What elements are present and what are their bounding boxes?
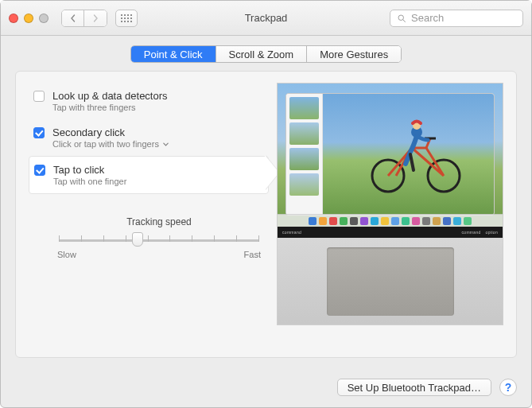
tab-point-and-click[interactable]: Point & Click bbox=[131, 46, 216, 62]
setup-bluetooth-trackpad-button[interactable]: Set Up Bluetooth Trackpad… bbox=[337, 379, 491, 396]
dock-icon bbox=[329, 217, 337, 225]
window-controls bbox=[9, 14, 49, 23]
lookup-sub: Tap with three fingers bbox=[52, 103, 168, 112]
footer: Set Up Bluetooth Trackpad… ? bbox=[1, 371, 531, 407]
tracking-speed-area: Tracking speed Slow Fast bbox=[56, 194, 262, 259]
options-row: Look up & data detectors Tap with three … bbox=[29, 83, 503, 325]
preview-thumbnails bbox=[286, 94, 323, 215]
grid-icon bbox=[121, 14, 132, 22]
content-area: Point & Click Scroll & Zoom More Gesture… bbox=[1, 36, 531, 371]
key-command-right: command bbox=[462, 230, 481, 235]
dock-icon bbox=[422, 217, 430, 225]
gesture-preview: command command option bbox=[277, 83, 503, 325]
system-preferences-window: Trackpad Search Point & Click Scroll & Z… bbox=[0, 0, 532, 408]
dock-icon bbox=[381, 217, 389, 225]
dock-icon bbox=[453, 217, 461, 225]
dock-icon bbox=[340, 217, 348, 225]
tapclick-sub: Tap with one finger bbox=[53, 177, 126, 186]
titlebar: Trackpad Search bbox=[1, 1, 531, 36]
close-window-button[interactable] bbox=[9, 14, 18, 23]
secondary-title: Secondary click bbox=[52, 126, 169, 138]
search-field[interactable]: Search bbox=[390, 10, 523, 27]
thumb bbox=[289, 173, 319, 196]
preview-trackpad-surface bbox=[327, 247, 454, 316]
preview-dock bbox=[278, 214, 503, 227]
tapclick-texts: Tap to click Tap with one finger bbox=[53, 164, 126, 186]
lookup-texts: Look up & data detectors Tap with three … bbox=[52, 90, 168, 112]
tabs: Point & Click Scroll & Zoom More Gesture… bbox=[130, 45, 402, 63]
slider-slow-label: Slow bbox=[57, 250, 76, 259]
secondary-sub-label: Click or tap with two fingers bbox=[52, 139, 159, 149]
tap-to-click-checkbox[interactable] bbox=[34, 165, 45, 176]
dock-icon bbox=[464, 217, 472, 225]
tabs-container: Point & Click Scroll & Zoom More Gesture… bbox=[15, 45, 517, 63]
slider-knob[interactable] bbox=[132, 232, 143, 247]
dock-icon bbox=[412, 217, 420, 225]
chevron-left-icon bbox=[69, 14, 77, 22]
tapclick-title: Tap to click bbox=[53, 164, 126, 176]
preview-app-window bbox=[285, 93, 495, 216]
dock-icon bbox=[443, 217, 451, 225]
zoom-window-button[interactable] bbox=[39, 14, 49, 23]
dock-icon bbox=[360, 217, 368, 225]
dock-icon bbox=[402, 217, 410, 225]
svg-line-1 bbox=[403, 19, 406, 21]
slider-labels: Slow Fast bbox=[56, 250, 262, 259]
preview-keyboard-row: command command option bbox=[278, 227, 503, 238]
slider-ticks bbox=[59, 235, 259, 242]
show-all-preferences-button[interactable] bbox=[115, 10, 138, 27]
option-secondary-click[interactable]: Secondary click Click or tap with two fi… bbox=[29, 119, 269, 156]
preview-screen bbox=[278, 84, 503, 227]
preview-trackpad-body bbox=[278, 238, 503, 324]
lookup-title: Look up & data detectors bbox=[52, 90, 168, 102]
window-title: Trackpad bbox=[245, 12, 288, 24]
thumb bbox=[289, 122, 319, 145]
back-button[interactable] bbox=[62, 10, 84, 26]
search-placeholder: Search bbox=[411, 12, 444, 24]
dock-icon bbox=[319, 217, 327, 225]
key-option-right: option bbox=[486, 230, 498, 235]
tab-scroll-and-zoom[interactable]: Scroll & Zoom bbox=[216, 46, 308, 62]
chevron-down-icon bbox=[162, 141, 169, 148]
thumb bbox=[289, 97, 319, 119]
tracking-speed-label: Tracking speed bbox=[56, 216, 262, 227]
secondary-click-checkbox[interactable] bbox=[33, 127, 45, 138]
slider-fast-label: Fast bbox=[244, 250, 261, 259]
forward-button[interactable] bbox=[84, 10, 107, 26]
dock-icon bbox=[391, 217, 399, 225]
dock-icon bbox=[433, 217, 441, 225]
preview-photo bbox=[323, 94, 494, 215]
thumb bbox=[289, 148, 319, 170]
lookup-checkbox[interactable] bbox=[33, 91, 45, 102]
minimize-window-button[interactable] bbox=[24, 14, 33, 23]
secondary-sub-menu[interactable]: Click or tap with two fingers bbox=[52, 139, 169, 149]
tab-more-gestures[interactable]: More Gestures bbox=[307, 46, 401, 62]
key-command-left: command bbox=[282, 230, 301, 235]
nav-back-forward bbox=[61, 10, 107, 27]
option-tap-to-click[interactable]: Tap to click Tap with one finger bbox=[29, 156, 269, 194]
help-button[interactable]: ? bbox=[499, 379, 517, 396]
tracking-speed-slider[interactable] bbox=[56, 232, 262, 248]
options-panel: Look up & data detectors Tap with three … bbox=[15, 71, 517, 358]
secondary-texts: Secondary click Click or tap with two fi… bbox=[52, 126, 169, 149]
dock-icon bbox=[309, 217, 316, 225]
option-lookup[interactable]: Look up & data detectors Tap with three … bbox=[29, 83, 269, 119]
dock-icon bbox=[371, 217, 379, 225]
search-icon bbox=[397, 14, 406, 23]
cyclist-illustration bbox=[355, 108, 474, 196]
dock-icon bbox=[350, 217, 358, 225]
chevron-right-icon bbox=[91, 14, 99, 22]
options-list: Look up & data detectors Tap with three … bbox=[29, 83, 269, 325]
